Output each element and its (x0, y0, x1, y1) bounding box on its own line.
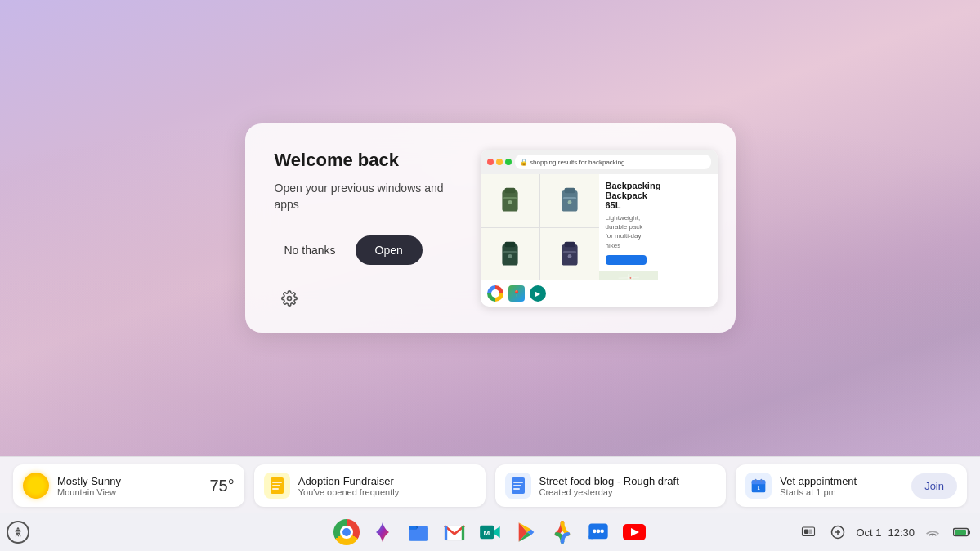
svg-rect-54 (809, 530, 812, 534)
suggestion-card-vet[interactable]: 1 Vet appointment Starts at 1 pm Join (736, 464, 967, 507)
suggestion-subtitle-fundraiser: You've opened frequently (298, 487, 476, 497)
suggestion-card-blog[interactable]: Street food blog - Rough draft Created y… (495, 464, 727, 507)
status-date[interactable]: Oct 1 (856, 526, 881, 539)
svg-rect-59 (969, 531, 971, 535)
svg-rect-10 (503, 251, 517, 253)
svg-rect-13 (564, 242, 575, 247)
taskbar-right: Oct 1 12:30 (797, 521, 973, 544)
suggestion-subtitle-weather: Mountain View (57, 487, 202, 497)
meet-icon: M (479, 521, 502, 544)
add-icon[interactable] (826, 521, 849, 544)
svg-point-48 (596, 530, 600, 534)
svg-rect-33 (752, 480, 766, 484)
svg-point-23 (287, 297, 291, 301)
battery-icon[interactable] (951, 521, 973, 544)
svg-rect-52 (803, 527, 815, 536)
taskbar: M (0, 513, 980, 551)
accessibility-icon[interactable] (7, 521, 29, 544)
files-icon (407, 521, 430, 544)
gear-icon (281, 290, 298, 307)
svg-rect-43 (461, 526, 463, 540)
suggestion-card-weather[interactable]: Mostly Sunny Mountain View 75° (13, 464, 244, 507)
dialog-buttons: No thanks Open (275, 235, 454, 265)
svg-point-3 (508, 200, 512, 204)
photos-taskbar-icon[interactable] (546, 516, 579, 549)
suggestion-text-fundraiser: Adoption Fundraiser You've opened freque… (298, 475, 476, 497)
youtube-taskbar-icon[interactable] (618, 516, 651, 549)
calendar-icon: 1 (745, 473, 772, 499)
chrome-footer-icon (487, 285, 503, 302)
welcome-dialog: Welcome back Open your previous windows … (245, 123, 736, 333)
svg-rect-5 (564, 188, 575, 193)
suggestion-subtitle-blog: Created yesterday (539, 487, 717, 497)
svg-rect-42 (444, 526, 446, 540)
product-title: Backpacking Backpack 65L (606, 181, 652, 210)
suggestion-title-weather: Mostly Sunny (57, 475, 202, 487)
gemini-icon (371, 521, 394, 544)
docs-yellow-icon (264, 473, 290, 499)
chat-taskbar-icon[interactable] (582, 516, 615, 549)
svg-rect-31 (513, 488, 520, 490)
svg-rect-60 (955, 530, 966, 535)
minimize-traffic-dot (496, 159, 503, 165)
svg-point-47 (593, 530, 597, 534)
taskbar-center: M (330, 516, 651, 549)
suggestion-text-vet: Vet appointment Starts at 1 pm (780, 475, 903, 497)
svg-rect-27 (272, 488, 279, 490)
svg-rect-6 (563, 197, 576, 199)
preview-footer-icons: 📍 ▶ (481, 280, 718, 307)
suggestion-text-weather: Mostly Sunny Mountain View (57, 475, 202, 497)
svg-point-7 (567, 200, 571, 204)
screen-capture-icon[interactable] (797, 521, 820, 544)
suggestion-title-blog: Street food blog - Rough draft (539, 475, 717, 487)
svg-point-11 (508, 254, 512, 258)
suggestion-title-vet: Vet appointment (780, 475, 903, 487)
screen: Welcome back Open your previous windows … (0, 0, 980, 551)
svg-rect-30 (513, 485, 521, 486)
svg-rect-29 (513, 482, 523, 483)
svg-point-15 (567, 254, 571, 258)
join-button[interactable]: Join (911, 473, 957, 499)
no-thanks-button[interactable]: No thanks (275, 237, 346, 263)
svg-rect-40 (409, 526, 416, 530)
svg-point-22 (630, 277, 631, 278)
youtube-icon (622, 523, 647, 541)
suggestion-text-blog: Street food blog - Rough draft Created y… (539, 475, 717, 497)
dialog-subtitle: Open your previous windows and apps (275, 181, 454, 213)
gmail-taskbar-icon[interactable] (438, 516, 471, 549)
suggestion-card-fundraiser[interactable]: Adoption Fundraiser You've opened freque… (254, 464, 486, 507)
svg-rect-26 (272, 485, 280, 486)
chrome-icon (333, 519, 360, 545)
svg-rect-9 (504, 242, 515, 247)
files-taskbar-icon[interactable] (402, 516, 435, 549)
gemini-taskbar-icon[interactable] (366, 516, 399, 549)
play-taskbar-icon[interactable] (510, 516, 543, 549)
wifi-icon[interactable] (921, 521, 944, 544)
taskbar-left (7, 521, 29, 544)
svg-text:M: M (483, 529, 490, 537)
expand-traffic-dot (505, 159, 512, 165)
photos-icon (551, 521, 574, 544)
svg-rect-34 (755, 479, 757, 482)
chat-icon (587, 521, 610, 544)
browser-traffic-lights (487, 159, 512, 165)
open-button[interactable]: Open (356, 235, 423, 265)
shelf: Mostly Sunny Mountain View 75° Adoption (0, 456, 980, 551)
play-store-icon (515, 521, 538, 544)
svg-rect-1 (504, 188, 515, 193)
suggestion-subtitle-vet: Starts at 1 pm (780, 487, 903, 497)
meet-taskbar-icon[interactable]: M (474, 516, 507, 549)
dialog-left: Welcome back Open your previous windows … (275, 150, 454, 265)
svg-rect-2 (503, 197, 517, 199)
preview-product-info: Backpacking Backpack 65L Lightweight, du… (599, 174, 659, 271)
product-desc: Lightweight, durable pack for multi-day … (606, 213, 652, 250)
preview-products-grid (481, 174, 599, 280)
suggestion-title-fundraiser: Adoption Fundraiser (298, 475, 476, 487)
product-cell-4 (540, 228, 599, 281)
settings-button[interactable] (275, 284, 304, 313)
weather-temperature: 75° (210, 477, 235, 495)
browser-url-bar: 🔒 shopping results for backpacking... (515, 155, 711, 169)
product-cell-2 (540, 174, 599, 227)
chrome-taskbar-icon[interactable] (330, 516, 363, 549)
desktop: Welcome back Open your previous windows … (0, 0, 980, 456)
